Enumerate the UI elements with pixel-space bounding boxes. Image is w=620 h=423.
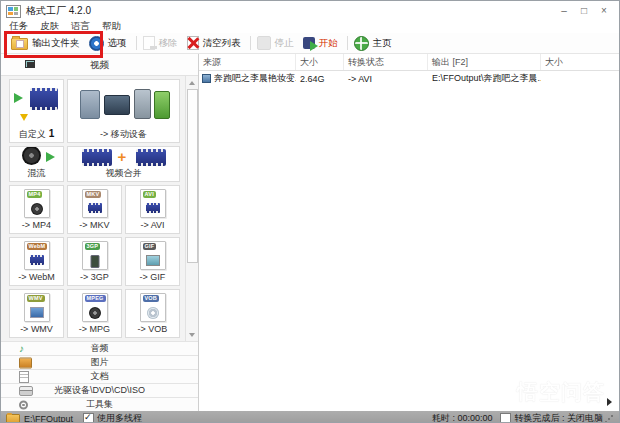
sidebar-grid-item-gif[interactable]: GIF-> GIF [125,237,180,286]
hscroll-right-arrow[interactable] [607,398,612,406]
sidebar-section-video[interactable]: 视频 [1,54,198,76]
sidebar-grid-item-webm[interactable]: WebM-> WebM [9,237,64,286]
audio-icon: ♪ [19,343,29,353]
grid-item-label: -> AVI [140,220,164,231]
output-folder-button[interactable]: 输出文件夹 [11,36,80,50]
start-button[interactable]: 开始 [303,37,338,50]
sidebar: 视频 自定义1-> 移动设备混流+视频合并MP4-> MP4MKV-> MKVA… [1,54,199,411]
close-button[interactable]: × [594,5,614,17]
column-header-2[interactable]: 转换状态 [344,54,428,70]
stop-icon [257,36,271,50]
clear-list-icon [187,36,199,50]
sidebar-grid-item-mkv[interactable]: MKV-> MKV [67,185,122,234]
home-globe-icon [354,36,369,51]
video-grid-area: 自定义1-> 移动设备混流+视频合并MP4-> MP4MKV-> MKVAVI-… [1,76,198,341]
list-header: 来源大小转换状态输出 [F2]大小 [199,54,619,71]
vob-icon: VOB [140,293,166,322]
menu-skin[interactable]: 皮肤 [40,20,59,33]
size-cell: 2.64G [296,74,344,84]
grid-item-label: 视频合并 [106,168,142,179]
video-file-icon [202,74,211,83]
sidebar-section-picture[interactable]: 图片 [1,355,198,369]
resize-grip[interactable] [611,415,613,417]
devices-icon [74,88,174,122]
custom-icon [14,87,60,121]
toolbar-separator [347,36,348,50]
mux-icon [16,146,58,168]
app-icon [6,5,21,18]
section-label: 音频 [1,342,198,355]
sidebar-grid-item-vob[interactable]: VOB-> VOB [125,289,180,338]
stop-button[interactable]: 停止 [257,36,294,50]
start-icon [303,37,315,49]
window-title: 格式工厂 4.2.0 [26,4,91,18]
source-filename: 奔跑吧之李晨艳妆变... [214,72,296,85]
tools-icon [19,400,28,409]
sidebar-grid-item-wmv[interactable]: WMV-> WMV [9,289,64,338]
webm-icon: WebM [24,241,50,270]
multithread-checkbox[interactable] [83,413,94,423]
sidebar-section-doc[interactable]: 文档 [1,369,198,383]
gif-icon: GIF [140,241,166,270]
options-button[interactable]: 选项 [89,36,127,51]
table-row[interactable]: 奔跑吧之李晨艳妆变...2.64G-> AVIE:\FFOutput\奔跑吧之李… [199,71,619,86]
sidebar-section-drive[interactable]: 光驱设备\DVD\CD\ISO [1,383,198,397]
column-header-0[interactable]: 来源 [199,54,296,70]
grid-item-label: -> 3GP [80,272,109,283]
column-header-3[interactable]: 输出 [F2] [428,54,541,70]
grid-item-label: -> MKV [79,220,109,231]
drive-icon [19,386,33,396]
section-label: 工具集 [1,398,198,411]
status-bar: E:\FFOutput 使用多线程 耗时 : 00:00:00 转换完成后 : … [1,411,619,423]
elapsed-time-text: 耗时 : 00:00:00 [432,412,493,423]
remove-button[interactable]: 移除 [143,36,178,50]
section-label: 文档 [1,370,198,383]
sidebar-grid-item-3gp[interactable]: 3GP-> 3GP [67,237,122,286]
scrollbar-thumb[interactable] [187,89,198,263]
menu-language[interactable]: 语言 [71,20,90,33]
menu-task[interactable]: 任务 [9,20,28,33]
column-header-4[interactable]: 大小 [541,54,619,70]
home-button[interactable]: 主页 [354,36,392,51]
minimize-button[interactable]: – [554,5,574,17]
list-rows: 奔跑吧之李晨艳妆变...2.64G-> AVIE:\FFOutput\奔跑吧之李… [199,71,619,411]
sidebar-grid-item-mp4[interactable]: MP4-> MP4 [9,185,64,234]
sidebar-section-audio[interactable]: ♪音频 [1,341,198,355]
remove-icon [143,36,155,50]
scroll-up-arrow[interactable] [186,76,198,89]
sidebar-scrollbar[interactable] [185,76,198,341]
format-factory-window: 格式工厂 4.2.0 – □ × 任务 皮肤 语言 帮助 输出文件夹 选项 移除 [0,0,620,423]
multithread-label: 使用多线程 [97,412,142,423]
sidebar-grid-item-mux[interactable]: 混流 [9,146,64,182]
output-path-folder-icon [6,414,20,423]
output-path-cell: E:\FFOutput\奔跑吧之李晨... [428,72,541,85]
sidebar-grid-item-mpg[interactable]: MPEG-> MPG [67,289,122,338]
picture-icon [19,357,32,368]
scroll-down-arrow[interactable] [186,328,198,341]
shutdown-checkbox[interactable] [500,413,511,423]
sidebar-grid-item-custom[interactable]: 自定义1 [9,79,64,143]
output-path-text[interactable]: E:\FFOutput [24,414,73,423]
output-folder-icon [11,38,28,50]
output-folder-label: 输出文件夹 [32,37,80,50]
sidebar-section-tools[interactable]: 工具集 [1,397,198,411]
main-content: 视频 自定义1-> 移动设备混流+视频合并MP4-> MP4MKV-> MKVA… [1,54,619,411]
menu-help[interactable]: 帮助 [102,20,121,33]
clear-list-button[interactable]: 清空列表 [187,36,241,50]
sidebar-grid-item-avi[interactable]: AVI-> AVI [125,185,180,234]
mp4-icon: MP4 [24,189,50,218]
options-icon [89,36,104,51]
doc-icon [19,371,29,383]
grid-item-label: -> VOB [138,324,168,335]
avi-icon: AVI [140,189,166,218]
source-cell: 奔跑吧之李晨艳妆变... [199,72,296,85]
options-label: 选项 [108,37,127,50]
column-header-1[interactable]: 大小 [296,54,344,70]
maximize-button[interactable]: □ [574,5,594,17]
sidebar-grid-item-join[interactable]: +视频合并 [67,146,180,182]
sidebar-grid-item-devices[interactable]: -> 移动设备 [67,79,180,143]
shutdown-after-label: 转换完成后 : 关闭电脑 [514,412,603,423]
wmv-icon: WMV [24,293,50,322]
mkv-icon: MKV [82,189,108,218]
clear-list-label: 清空列表 [203,37,241,50]
